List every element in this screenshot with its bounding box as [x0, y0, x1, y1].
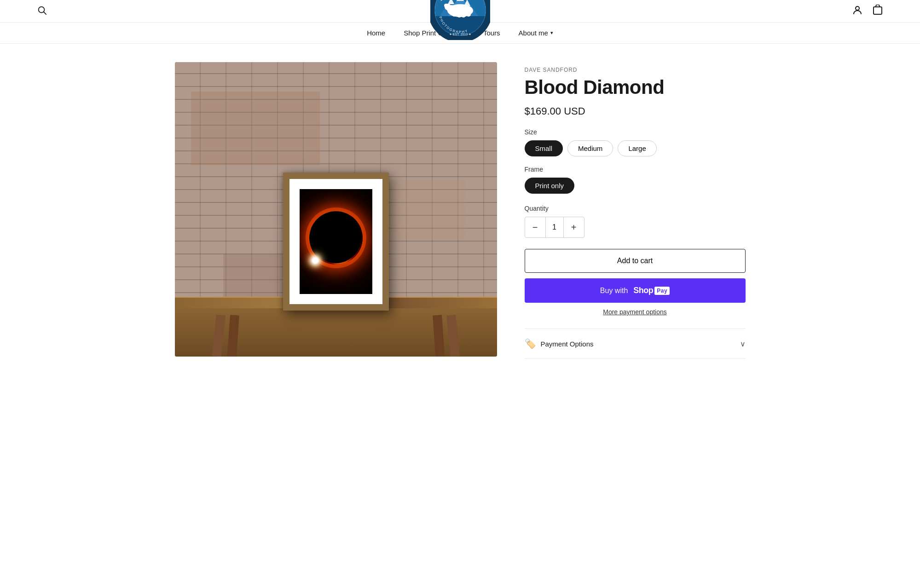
search-icon[interactable] [37, 5, 47, 17]
frame-label: Frame [525, 166, 746, 173]
nav-item-home[interactable]: Home [367, 29, 385, 37]
more-payment-options[interactable]: More payment options [525, 308, 746, 316]
svg-rect-26 [874, 7, 882, 14]
tag-icon: 🏷️ [525, 338, 536, 349]
cart-icon[interactable] [872, 5, 883, 17]
logo[interactable]: SANDFORD PHOTOGRAPHY ✦ EST. 2013 ✦ [430, 0, 490, 42]
header: SANDFORD PHOTOGRAPHY ✦ EST. 2013 ✦ [0, 0, 920, 22]
nav-item-about-me[interactable]: About me ▾ [519, 29, 553, 37]
quantity-section: Quantity − 1 + [525, 205, 746, 238]
vendor-name: DAVE SANDFORD [525, 67, 746, 73]
quantity-control: − 1 + [525, 217, 584, 238]
svg-point-25 [856, 6, 859, 10]
svg-text:✦ EST. 2013 ✦: ✦ EST. 2013 ✦ [449, 33, 471, 36]
svg-point-18 [457, 14, 462, 17]
add-to-cart-button[interactable]: Add to cart [525, 249, 746, 273]
frame-print-only-button[interactable]: Print only [525, 178, 575, 194]
accordion-chevron-icon: ∨ [740, 340, 746, 348]
product-title: Blood Diamond [525, 77, 746, 98]
shop-pay-logo: Shop Pay [633, 286, 670, 295]
shop-pay-button[interactable]: Buy with Shop Pay [525, 278, 746, 303]
pay-badge: Pay [654, 287, 670, 295]
size-label: Size [525, 128, 746, 136]
svg-point-16 [444, 4, 448, 7]
svg-line-1 [44, 12, 46, 14]
product-image-container [175, 62, 497, 359]
product-price: $169.00 USD [525, 105, 746, 117]
svg-point-20 [466, 13, 471, 17]
quantity-increase-button[interactable]: + [564, 217, 584, 237]
size-medium-button[interactable]: Medium [567, 140, 613, 156]
shop-pay-prefix-label: Buy with [600, 287, 628, 295]
frame-selector: Frame Print only [525, 166, 746, 194]
size-selector: Size Small Medium Large [525, 128, 746, 156]
svg-point-17 [452, 13, 457, 17]
quantity-value: 1 [545, 217, 564, 237]
user-icon[interactable] [852, 5, 863, 17]
payment-options-accordion: 🏷️ Payment Options ∨ [525, 329, 746, 358]
frame-options: Print only [525, 178, 746, 194]
accordion-title: Payment Options [541, 340, 594, 348]
accordion-header[interactable]: 🏷️ Payment Options ∨ [525, 329, 746, 358]
quantity-decrease-button[interactable]: − [525, 217, 545, 237]
chevron-down-icon: ▾ [550, 30, 553, 36]
shop-text: Shop [633, 286, 653, 295]
product-image [175, 62, 497, 357]
header-left-icons [37, 5, 47, 17]
size-small-button[interactable]: Small [525, 140, 563, 156]
svg-marker-10 [457, 0, 464, 1]
header-right-icons [852, 5, 883, 17]
size-options: Small Medium Large [525, 140, 746, 156]
accordion-divider [525, 358, 746, 359]
quantity-label: Quantity [525, 205, 746, 212]
product-details: DAVE SANDFORD Blood Diamond $169.00 USD … [497, 62, 746, 359]
main-content: DAVE SANDFORD Blood Diamond $169.00 USD … [0, 44, 920, 377]
svg-point-19 [461, 14, 466, 17]
size-large-button[interactable]: Large [618, 140, 656, 156]
